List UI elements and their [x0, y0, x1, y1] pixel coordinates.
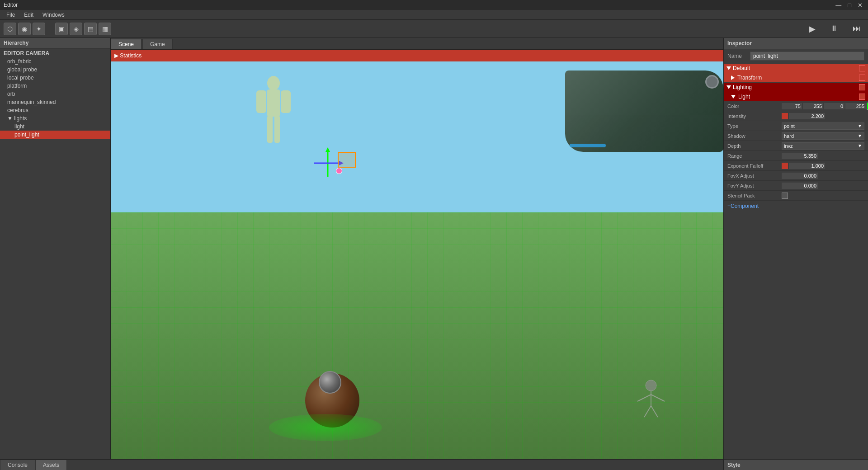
- hierarchy-item-mannequin[interactable]: mannequin_skinned: [0, 98, 110, 106]
- menu-edit[interactable]: Edit: [19, 12, 38, 18]
- hierarchy-item-local-probe[interactable]: local probe: [0, 74, 110, 82]
- style-header: Style: [724, 460, 868, 470]
- skip-button[interactable]: ⏭: [849, 22, 864, 36]
- console-assets-panel: Console Assets Import... 0.700 data > as…: [0, 460, 723, 470]
- color-b-input[interactable]: [824, 103, 844, 109]
- shadow-dropdown[interactable]: hard ▼: [782, 132, 864, 140]
- pause-button[interactable]: ⏸: [826, 22, 842, 36]
- scene-background: [111, 61, 723, 459]
- tab-game[interactable]: Game: [142, 39, 173, 49]
- section-light[interactable]: Light: [724, 92, 868, 101]
- hierarchy-item-lights[interactable]: ▼ lights: [0, 114, 110, 122]
- tab-scene[interactable]: Scene: [111, 39, 142, 49]
- fovx-input[interactable]: [782, 173, 818, 179]
- add-component-button[interactable]: +Component: [724, 201, 868, 212]
- hierarchy-item-light[interactable]: light: [0, 122, 110, 131]
- fovy-input[interactable]: [782, 183, 818, 189]
- small-orb: [319, 371, 341, 394]
- tool-icon-6[interactable]: ▤: [84, 23, 97, 35]
- color-r-input[interactable]: [782, 103, 802, 109]
- ground-glow: [269, 414, 382, 441]
- color-value: [782, 103, 868, 110]
- intensity-label: Intensity: [727, 113, 782, 119]
- hierarchy-header: Hierarchy: [0, 38, 110, 48]
- inspector-header: Inspector: [724, 38, 868, 49]
- hierarchy-item-orb[interactable]: orb: [0, 90, 110, 98]
- exponent-input[interactable]: [789, 163, 825, 169]
- bottom-area: Console Assets Import... 0.700 data > as…: [0, 459, 868, 470]
- color-label: Color: [727, 103, 782, 109]
- color-g-input[interactable]: [803, 103, 823, 109]
- svg-line-13: [651, 395, 665, 401]
- range-input[interactable]: [782, 153, 818, 159]
- depth-dropdown[interactable]: invz ▼: [782, 142, 864, 150]
- depth-value: invz ▼: [782, 142, 864, 150]
- inspector-panel: Inspector Name Default Transform Lightin…: [723, 38, 868, 459]
- hierarchy-item-orb-fabric[interactable]: orb_fabric: [0, 57, 110, 66]
- viewport[interactable]: [111, 61, 723, 459]
- window-controls: — □ ✕: [834, 2, 864, 9]
- shadow-dropdown-value: hard: [784, 133, 794, 139]
- fovx-value: [782, 173, 864, 179]
- hierarchy-item-point-light[interactable]: point_light: [0, 131, 110, 139]
- section-light-label: Light: [738, 94, 750, 100]
- type-label: Type: [727, 123, 782, 129]
- hierarchy-item-cerebrus[interactable]: cerebrus: [0, 106, 110, 114]
- hierarchy-panel: Hierarchy EDITOR CAMERA orb_fabric globa…: [0, 38, 111, 459]
- svg-line-12: [637, 395, 651, 401]
- hierarchy-item-editor-camera[interactable]: EDITOR CAMERA: [0, 49, 110, 57]
- name-label: Name: [727, 53, 750, 59]
- collapse-icon-light: [731, 95, 736, 99]
- tool-icon-5[interactable]: ◈: [70, 23, 82, 35]
- section-default-label: Default: [733, 65, 750, 71]
- range-value: [782, 153, 864, 159]
- menu-file[interactable]: File: [2, 12, 19, 18]
- maximize-button[interactable]: □: [846, 2, 853, 9]
- svg-rect-1: [267, 89, 280, 117]
- section-lighting[interactable]: Lighting: [724, 83, 868, 92]
- menu-windows[interactable]: Windows: [38, 12, 69, 18]
- main-area: Hierarchy EDITOR CAMERA orb_fabric globa…: [0, 38, 868, 459]
- section-transform[interactable]: Transform: [724, 73, 868, 82]
- type-dropdown-value: point: [784, 123, 795, 129]
- selection-box: [338, 152, 356, 168]
- tool-icon-4[interactable]: ▣: [55, 23, 68, 35]
- light-marker: [336, 168, 342, 174]
- tab-assets[interactable]: Assets: [35, 460, 67, 470]
- fovy-label: FovY Adjust: [727, 183, 782, 188]
- minimize-button[interactable]: —: [834, 2, 843, 9]
- light-color-indicator: [859, 94, 865, 100]
- fovy-value: [782, 183, 864, 189]
- svg-rect-4: [267, 116, 273, 143]
- style-panel: Style H: 0 S: 201 V: 169 Main H: 0 S: 0 …: [723, 460, 868, 470]
- color-a-input[interactable]: [845, 103, 866, 109]
- svg-point-0: [267, 76, 280, 90]
- hierarchy-item-platform[interactable]: platform: [0, 82, 110, 90]
- play-button[interactable]: ▶: [806, 22, 819, 36]
- hierarchy-item-global-probe[interactable]: global probe: [0, 66, 110, 74]
- prop-range-row: Range: [724, 151, 868, 161]
- intensity-value: [782, 113, 864, 119]
- collapse-icon-transform: [731, 75, 735, 80]
- name-input[interactable]: [750, 52, 864, 61]
- tool-icon-3[interactable]: ✦: [33, 23, 45, 35]
- svg-line-15: [651, 406, 658, 417]
- close-button[interactable]: ✕: [856, 2, 864, 9]
- stencil-value: [782, 193, 864, 199]
- stencil-label: Stencil Pack: [727, 193, 782, 198]
- section-default[interactable]: Default: [724, 64, 868, 73]
- collapse-icon-lighting: [726, 85, 731, 89]
- section-lighting-label: Lighting: [733, 84, 752, 90]
- tool-icon-2[interactable]: ◉: [18, 23, 31, 35]
- intensity-input[interactable]: [789, 113, 825, 119]
- app-title: Editor: [4, 2, 18, 8]
- type-dropdown[interactable]: point ▼: [782, 122, 864, 130]
- skeleton-creature: [624, 376, 678, 423]
- shadow-value: hard ▼: [782, 132, 864, 140]
- statistics-button[interactable]: ▶ Statistics: [114, 52, 142, 59]
- tab-console[interactable]: Console: [0, 460, 35, 470]
- stencil-checkbox[interactable]: [782, 193, 788, 199]
- svg-point-10: [646, 380, 656, 391]
- tool-icon-1[interactable]: ⬡: [4, 23, 16, 35]
- tool-icon-7[interactable]: ▦: [99, 23, 111, 35]
